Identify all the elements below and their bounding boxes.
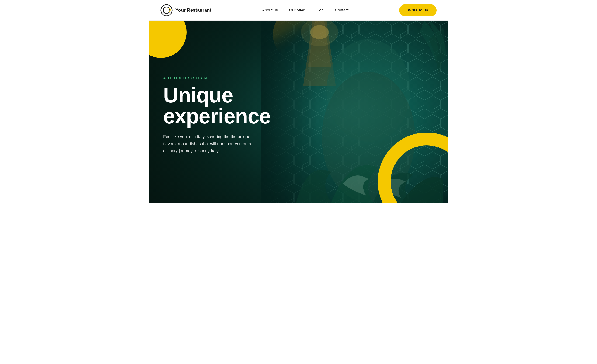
svg-point-2 (169, 8, 170, 9)
hero-title-line1: Unique (163, 84, 233, 107)
nav-link-offer[interactable]: Our offer (289, 8, 305, 12)
hero-description: Feel like you're in Italy, savoring the … (163, 133, 252, 155)
nav-link-about[interactable]: About us (262, 8, 278, 12)
logo-area[interactable]: Your Restaurant (160, 4, 211, 16)
nav-item-contact[interactable]: Contact (335, 8, 349, 13)
hero-title: Unique experience (163, 85, 270, 127)
svg-point-4 (169, 10, 170, 12)
logo-text: Your Restaurant (175, 8, 211, 13)
logo-icon (160, 4, 173, 16)
hero-section: AUTHENTIC CUISINE Unique experience Feel… (149, 21, 448, 203)
svg-point-5 (163, 10, 164, 11)
write-to-us-button[interactable]: Write to us (399, 4, 437, 16)
hero-eyebrow: AUTHENTIC CUISINE (163, 76, 270, 80)
nav-links: About us Our offer Blog Contact (262, 8, 349, 13)
nav-item-offer[interactable]: Our offer (289, 8, 305, 13)
hero-content: AUTHENTIC CUISINE Unique experience Feel… (163, 76, 270, 155)
svg-point-3 (170, 9, 171, 10)
nav-item-about[interactable]: About us (262, 8, 278, 13)
nav-item-blog[interactable]: Blog (316, 8, 324, 13)
nav-link-contact[interactable]: Contact (335, 8, 349, 12)
navbar: Your Restaurant About us Our offer Blog … (149, 0, 448, 21)
hero-title-line2: experience (163, 104, 270, 128)
nav-link-blog[interactable]: Blog (316, 8, 324, 12)
